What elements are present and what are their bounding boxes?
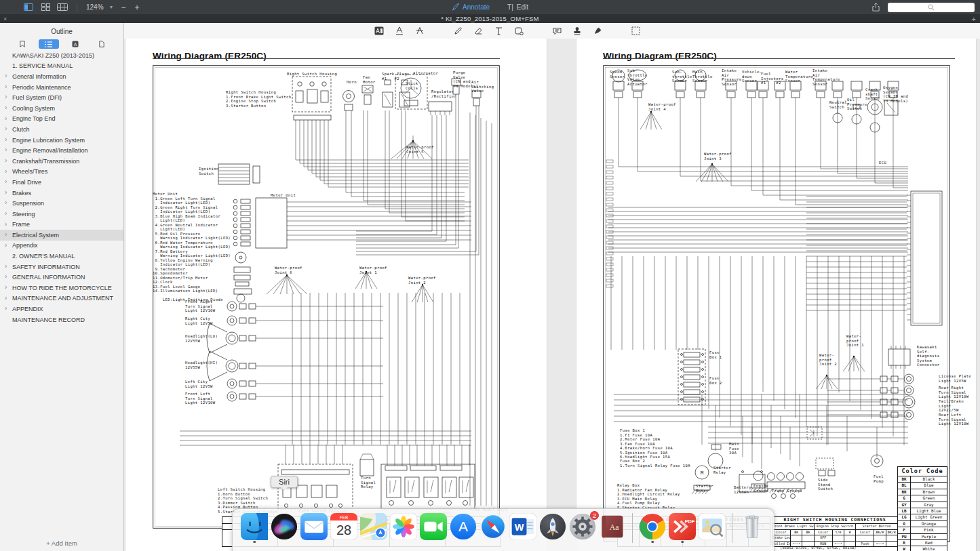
sidebar-item[interactable]: ›Wheels/Tires (0, 167, 123, 178)
chevron-right-icon[interactable]: › (5, 167, 7, 175)
strikethrough-text-icon[interactable] (414, 26, 425, 37)
zoom-level[interactable]: 124% (86, 3, 104, 11)
dock-item-mail[interactable] (300, 513, 328, 544)
sidebar-item[interactable]: ›Clutch (0, 124, 123, 135)
dock-item-word[interactable]: W (509, 513, 536, 544)
chevron-right-icon[interactable]: › (5, 262, 7, 270)
table-cell: BK (802, 530, 814, 535)
sidebar-item[interactable]: ›General Information (0, 71, 123, 82)
grid-view-icon[interactable] (57, 3, 68, 12)
eraser-icon[interactable] (473, 26, 484, 37)
dock-item-pdf-expert[interactable]: PDF (669, 513, 696, 544)
dock-item-dictionary[interactable]: Aa (599, 513, 626, 544)
stamp-icon[interactable] (572, 26, 583, 37)
zoom-out-button[interactable]: − (120, 3, 128, 12)
search-input[interactable] (888, 3, 975, 12)
chevron-right-icon[interactable]: › (5, 136, 7, 143)
note-icon[interactable] (551, 26, 562, 37)
pdf-canvas[interactable]: Wiring Diagram (ER250C) Right Switch Hou… (124, 39, 980, 551)
chevron-right-icon[interactable]: › (5, 125, 7, 132)
zoom-in-button[interactable]: + (134, 3, 141, 12)
sidebar-item[interactable]: ›Electrical System (0, 230, 123, 241)
dock-item-trash[interactable] (739, 513, 766, 544)
chevron-right-icon[interactable]: › (5, 304, 7, 312)
chevron-right-icon[interactable]: › (5, 178, 7, 185)
dock-item-preview[interactable] (699, 513, 726, 544)
chevron-right-icon[interactable]: › (5, 230, 7, 238)
select-marquee-icon[interactable] (630, 26, 641, 37)
chevron-right-icon[interactable]: › (5, 283, 7, 291)
dock-item-maps[interactable] (360, 513, 387, 544)
tab-close-button[interactable]: × (3, 16, 7, 22)
sidebar-item[interactable]: ›Fuel System (DFI) (0, 92, 123, 103)
sidebar-item[interactable]: ›Engine Lubrication System (0, 135, 123, 146)
tab-bookmarks[interactable] (12, 39, 33, 49)
chevron-right-icon[interactable]: › (5, 188, 7, 196)
sidebar-item[interactable]: ›Engine Top End (0, 114, 123, 125)
text-tool-icon[interactable] (493, 26, 504, 37)
chevron-right-icon[interactable]: › (5, 294, 7, 302)
chevron-right-icon[interactable]: › (5, 93, 7, 100)
sidebar-item[interactable]: 1. SERVICE MANUAL (0, 61, 123, 72)
sidebar-item[interactable]: ›Steering (0, 209, 123, 220)
sidebar-item[interactable]: ›SAFETY INFORMATION (0, 262, 123, 272)
sidebar-item[interactable]: ›Appendix (0, 241, 123, 251)
share-icon[interactable] (870, 3, 881, 12)
sidebar-item[interactable]: MAINTENANCE RECORD (0, 314, 123, 325)
tab-pages[interactable] (92, 39, 112, 49)
underline-text-icon[interactable] (394, 26, 405, 37)
shape-tool-icon[interactable] (513, 26, 524, 37)
chevron-right-icon[interactable]: › (5, 241, 7, 249)
page-left[interactable]: Wiring Diagram (ER250C) Right Switch Hou… (125, 39, 547, 551)
sidebar-item[interactable]: ›MAINTENANCE AND ADJUSTMENT (0, 293, 123, 304)
annotate-tab[interactable]: Annotate (452, 3, 490, 11)
dock-item-photos[interactable] (390, 513, 417, 544)
dock-item-siri[interactable]: Siri (271, 513, 298, 544)
chevron-right-icon[interactable]: › (5, 146, 7, 153)
sidebar-item[interactable]: ›Periodic Maintenance (0, 82, 123, 93)
sidebar-item[interactable]: ›APPENDIX (0, 304, 123, 314)
markup-palette-icon[interactable] (374, 26, 385, 37)
dock-item-launchpad[interactable] (539, 513, 566, 544)
page-right[interactable]: Wiring Diagram (ER250C) M Speed SensorSu… (576, 39, 977, 551)
sidebar-item[interactable]: ›Frame (0, 220, 123, 230)
sidebar-toggle-icon[interactable] (23, 3, 34, 12)
chevron-right-icon[interactable]: › (5, 199, 7, 206)
chevron-right-icon[interactable]: › (5, 157, 7, 164)
dock-item-app-store[interactable]: A (450, 513, 477, 544)
chevron-right-icon[interactable]: › (5, 115, 7, 122)
tab-title[interactable]: * KI_Z250_2013-2015_OM+FSM (441, 15, 538, 22)
sidebar-item-label: Frame (12, 221, 30, 228)
signature-pen-icon[interactable] (592, 26, 603, 37)
dock-item-facetime[interactable] (420, 513, 447, 544)
chevron-right-icon[interactable]: › (5, 72, 7, 79)
sidebar-item[interactable]: ›Suspension (0, 198, 123, 209)
sidebar-item[interactable]: KAWASAKI Z250 (2013-2015) (0, 50, 123, 61)
sidebar-item[interactable]: ›HOW TO RIDE THE MOTORCYCLE (0, 283, 123, 293)
add-item-button[interactable]: + Add Item (0, 535, 123, 551)
dock-item-finder[interactable] (241, 513, 268, 544)
chevron-right-icon[interactable]: › (5, 209, 7, 217)
sidebar-item[interactable]: ›Crankshaft/Transmission (0, 156, 123, 167)
thumbnails-view-icon[interactable] (40, 3, 51, 12)
sidebar-item[interactable]: ›Brakes (0, 188, 123, 199)
tab-annotations[interactable]: A (65, 39, 85, 49)
sidebar-item[interactable]: 2. OWNER'S MANUAL (0, 251, 123, 262)
sidebar-item[interactable]: ›Engine Removal/Installation (0, 145, 123, 156)
chevron-right-icon[interactable]: › (5, 104, 7, 111)
dock-item-safari[interactable] (479, 513, 507, 544)
chevron-right-icon[interactable]: › (5, 83, 7, 90)
edit-tab[interactable]: T| Edit (507, 3, 528, 11)
new-tab-button[interactable]: + (972, 15, 976, 23)
pencil-icon[interactable] (452, 26, 463, 37)
zoom-control[interactable]: 124% ▼ (86, 3, 114, 11)
dock-item-system-preferences[interactable]: 2 (569, 513, 596, 544)
chevron-right-icon[interactable]: › (5, 272, 7, 280)
sidebar-item[interactable]: ›Final Drive (0, 177, 123, 188)
dock-item-chrome[interactable] (639, 513, 666, 544)
tab-outline[interactable] (39, 39, 59, 49)
dock-item-calendar[interactable]: FEB28 (330, 513, 357, 544)
chevron-right-icon[interactable]: › (5, 220, 7, 228)
sidebar-item[interactable]: ›Cooling System (0, 103, 123, 114)
sidebar-item[interactable]: ›GENERAL INFORMATION (0, 272, 123, 283)
